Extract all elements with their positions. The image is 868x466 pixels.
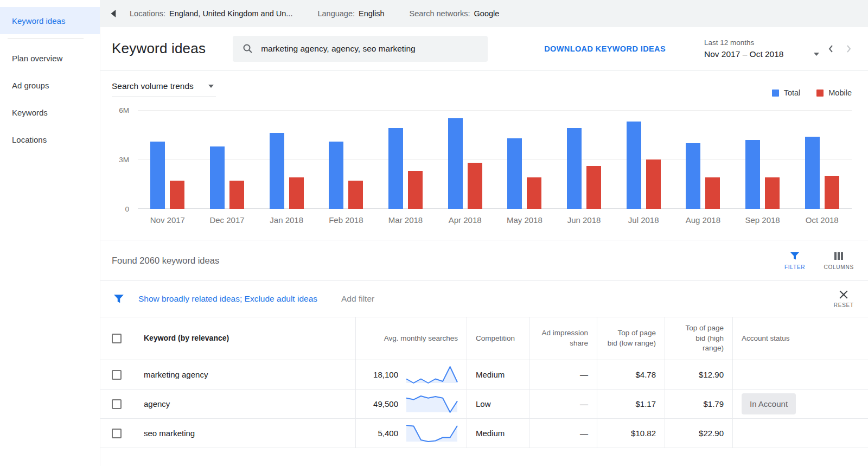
- impression-value: —: [580, 369, 588, 380]
- bar-total: [507, 138, 522, 209]
- date-range-picker: Last 12 months Nov 2017 – Oct 2018: [704, 39, 819, 59]
- previous-period-button[interactable]: [826, 42, 835, 55]
- x-axis-label: Apr 2018: [435, 215, 495, 225]
- keywords-search-input[interactable]: [261, 44, 478, 54]
- search-volume-trends-dropdown[interactable]: Search volume trends: [112, 81, 216, 97]
- x-axis-label: Dec 2017: [197, 215, 257, 225]
- bar-group: [733, 110, 793, 209]
- bar-group: [435, 110, 495, 209]
- reset-filters-button[interactable]: RESET: [834, 290, 854, 308]
- header-avg-monthly-searches: Avg. monthly searches: [355, 317, 467, 360]
- download-keyword-ideas-button[interactable]: DOWNLOAD KEYWORD IDEAS: [544, 44, 666, 53]
- sidebar-item-label: Locations: [12, 135, 47, 144]
- search-networks-value: Google: [474, 9, 500, 18]
- bid-low-value: $4.78: [635, 369, 656, 380]
- back-arrow-icon: [109, 9, 117, 18]
- chart-y-axis: 03M6M: [112, 110, 131, 209]
- bid-low-value: $1.17: [635, 398, 656, 410]
- ad-impression-share-cell: —: [529, 390, 597, 418]
- bar-mobile: [468, 163, 482, 209]
- date-range-value: Nov 2017 – Oct 2018: [704, 49, 784, 59]
- select-all-checkbox[interactable]: [112, 334, 122, 343]
- sidebar-item-ad-groups[interactable]: Ad groups: [0, 72, 100, 99]
- bid-high-cell: $12.90: [665, 360, 732, 389]
- back-button[interactable]: [107, 7, 119, 21]
- keyword-cell: marketing agency: [135, 360, 355, 389]
- chart-x-axis: Nov 2017Dec 2017Jan 2018Feb 2018Mar 2018…: [138, 209, 852, 240]
- sidebar-item-keywords[interactable]: Keywords: [0, 99, 100, 126]
- bar-mobile: [586, 166, 601, 209]
- header-bid-low-label: Top of page bid (low range): [606, 328, 656, 349]
- chevron-down-icon: [208, 85, 214, 88]
- language-label: Language:: [317, 9, 355, 18]
- header-status-label: Account status: [742, 334, 790, 344]
- searches-sparkline: [404, 393, 460, 415]
- row-checkbox-cell: [100, 390, 135, 418]
- table-row: marketing agency 18,100 Medium — $4.78 $…: [100, 360, 868, 390]
- table-tools: FILTER COLUMNS: [784, 251, 854, 270]
- sidebar-item-label: Keyword ideas: [12, 16, 65, 25]
- row-checkbox[interactable]: [112, 429, 122, 438]
- keywords-search-field[interactable]: [233, 36, 488, 62]
- legend-swatch-total: [772, 90, 779, 97]
- header-bid-high: Top of page bid (high range): [665, 317, 732, 360]
- competition-cell: Medium: [467, 419, 529, 448]
- bar-group: [792, 110, 852, 209]
- select-all-cell: [100, 317, 135, 360]
- sidebar-item-label: Ad groups: [12, 81, 49, 90]
- header-impression-label: Ad impression share: [538, 328, 588, 349]
- bid-low-cell: $4.78: [597, 360, 665, 389]
- bar-group: [197, 110, 257, 209]
- columns-button[interactable]: COLUMNS: [824, 251, 854, 270]
- sidebar: Keyword ideas Plan overview Ad groups Ke…: [0, 0, 100, 466]
- main-content: Locations: England, United Kingdom and U…: [100, 0, 868, 466]
- sidebar-item-label: Keywords: [12, 108, 48, 117]
- page-title: Keyword ideas: [112, 40, 206, 57]
- setting-search-networks[interactable]: Search networks: Google: [410, 9, 500, 18]
- bar-group: [316, 110, 376, 209]
- setting-locations[interactable]: Locations: England, United Kingdom and U…: [130, 9, 292, 18]
- bar-total: [448, 118, 463, 209]
- chart-legend: Total Mobile: [772, 88, 852, 97]
- bar-mobile: [705, 177, 720, 209]
- filter-button[interactable]: FILTER: [784, 251, 806, 270]
- ad-impression-share-cell: —: [529, 419, 597, 448]
- sidebar-item-label: Plan overview: [12, 54, 62, 63]
- sidebar-item-plan-overview[interactable]: Plan overview: [0, 44, 100, 72]
- keyword-ideas-table: Keyword (by relevance) Avg. monthly sear…: [100, 317, 868, 466]
- filter-funnel-icon: [113, 293, 124, 304]
- sidebar-item-keyword-ideas[interactable]: Keyword ideas: [0, 7, 100, 34]
- account-status-cell: [732, 419, 868, 448]
- bar-total: [567, 128, 582, 209]
- add-filter-button[interactable]: Add filter: [341, 294, 374, 304]
- keyword-text: marketing agency: [144, 369, 208, 380]
- date-range-select[interactable]: Nov 2017 – Oct 2018: [704, 49, 819, 59]
- row-checkbox[interactable]: [112, 399, 122, 409]
- competition-value: Low: [476, 398, 491, 410]
- table-row: agency 49,500 Low — $1.17 $1.79: [100, 390, 868, 419]
- chart-head: Search volume trends Total Mobile: [112, 81, 852, 97]
- search-networks-label: Search networks:: [410, 9, 470, 18]
- searches-sparkline: [404, 364, 460, 386]
- table-header-row: Keyword (by relevance) Avg. monthly sear…: [100, 317, 868, 360]
- search-volume-chart: 03M6M Nov 2017Dec 2017Jan 2018Feb 2018Ma…: [112, 110, 852, 240]
- avg-monthly-searches-cell: 5,400: [355, 419, 467, 448]
- active-filters-link[interactable]: Show broadly related ideas; Exclude adul…: [138, 294, 317, 304]
- account-status-cell: [732, 360, 868, 389]
- legend-item-total: Total: [772, 88, 801, 97]
- columns-button-label: COLUMNS: [824, 264, 854, 270]
- found-count-text: Found 2060 keyword ideas: [112, 256, 219, 266]
- search-icon: [242, 43, 253, 54]
- row-checkbox-cell: [100, 360, 135, 389]
- chevron-down-icon: [814, 53, 819, 56]
- impression-value: —: [580, 398, 588, 410]
- row-checkbox[interactable]: [112, 370, 122, 380]
- in-account-badge: In Account: [742, 393, 796, 414]
- header-account-status: Account status: [732, 317, 868, 360]
- header-bid-high-label: Top of page bid (high range): [674, 323, 724, 354]
- bid-low-value: $10.82: [631, 427, 656, 439]
- sidebar-item-locations[interactable]: Locations: [0, 126, 100, 153]
- keyword-cell: agency: [135, 390, 355, 418]
- setting-language[interactable]: Language: English: [317, 9, 384, 18]
- next-period-button[interactable]: [844, 42, 854, 55]
